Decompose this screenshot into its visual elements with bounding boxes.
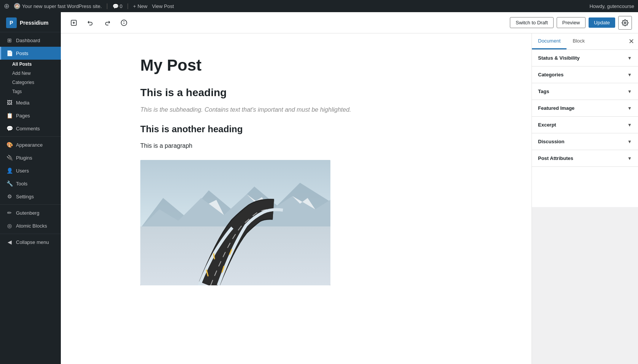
- section-header-post-attributes[interactable]: Post Attributes ▼: [532, 150, 638, 166]
- settings-panel: Document Block ✕ Status & Visibility ▼ C…: [532, 33, 638, 364]
- site-icon: 🏠: [14, 3, 20, 9]
- post-paragraph[interactable]: This is a paragraph: [140, 141, 452, 151]
- chevron-down-icon: ▼: [627, 55, 632, 61]
- section-header-discussion[interactable]: Discussion ▼: [532, 133, 638, 150]
- post-subheading[interactable]: This is the subheading. Contains text th…: [140, 105, 452, 115]
- post-title[interactable]: My Post: [140, 56, 452, 74]
- wordpress-logo-icon[interactable]: ⊕: [4, 2, 10, 10]
- tools-icon: 🔧: [6, 180, 13, 187]
- users-icon: 👤: [6, 167, 13, 174]
- settings-panel-button[interactable]: [618, 16, 632, 30]
- sidebar-item-tools[interactable]: 🔧 Tools: [0, 177, 61, 190]
- section-header-status-visibility[interactable]: Status & Visibility ▼: [532, 50, 638, 66]
- sidebar-item-media[interactable]: 🖼 Media: [0, 96, 61, 109]
- post-heading-1[interactable]: This is a heading: [140, 87, 452, 99]
- road-scene-svg: [140, 160, 330, 285]
- settings-close-button[interactable]: ✕: [624, 35, 638, 48]
- editor-toolbar: Switch to Draft Preview Update: [61, 12, 638, 33]
- post-image: [140, 160, 330, 285]
- tab-block[interactable]: Block: [567, 33, 591, 49]
- settings-panel-background: [532, 207, 638, 364]
- sidebar: P Pressidium ⊞ Dashboard 📄 Posts All Pos…: [0, 12, 61, 364]
- sidebar-item-collapse[interactable]: ◀ Collapse menu: [0, 236, 61, 248]
- editor-body: My Post This is a heading This is the su…: [61, 33, 638, 364]
- post-content: My Post This is a heading This is the su…: [140, 56, 452, 285]
- section-featured-image: Featured Image ▼: [532, 100, 638, 117]
- view-post-link[interactable]: View Post: [152, 3, 174, 9]
- svg-point-6: [624, 22, 626, 24]
- sidebar-divider-2: [0, 204, 61, 205]
- undo-button[interactable]: [84, 16, 97, 30]
- sidebar-item-dashboard[interactable]: ⊞ Dashboard: [0, 34, 61, 47]
- section-header-categories[interactable]: Categories ▼: [532, 66, 638, 83]
- pages-icon: 📋: [6, 112, 13, 119]
- atomic-blocks-icon: ◎: [6, 222, 13, 229]
- section-discussion: Discussion ▼: [532, 133, 638, 150]
- comments-icon: 💬: [6, 125, 13, 132]
- brand-icon: P: [6, 17, 17, 28]
- comment-icon: 💬: [113, 3, 119, 9]
- sidebar-item-posts[interactable]: 📄 Posts: [0, 47, 61, 60]
- preview-button[interactable]: Preview: [557, 17, 586, 28]
- chevron-down-icon: ▼: [627, 156, 632, 161]
- section-post-attributes: Post Attributes ▼: [532, 150, 638, 167]
- sidebar-brand: P Pressidium: [0, 12, 61, 32]
- tab-document[interactable]: Document: [532, 33, 567, 49]
- section-categories: Categories ▼: [532, 66, 638, 83]
- media-icon: 🖼: [6, 99, 13, 106]
- plus-icon: +: [133, 3, 136, 9]
- chevron-down-icon: ▼: [627, 72, 632, 78]
- plugins-icon: 🔌: [6, 154, 13, 161]
- dashboard-icon: ⊞: [6, 37, 13, 44]
- site-name: 🏠 Your new super fast WordPress site.: [14, 3, 102, 9]
- sidebar-sub-add-new[interactable]: Add New: [0, 69, 61, 78]
- redo-button[interactable]: [100, 16, 114, 30]
- svg-line-15: [214, 254, 214, 259]
- add-block-button[interactable]: [67, 16, 81, 30]
- settings-scroll[interactable]: Status & Visibility ▼ Categories ▼ Tags: [532, 50, 638, 207]
- section-status-visibility: Status & Visibility ▼: [532, 50, 638, 66]
- sidebar-item-settings[interactable]: ⚙ Settings: [0, 190, 61, 203]
- sidebar-item-appearance[interactable]: 🎨 Appearance: [0, 138, 61, 151]
- section-excerpt: Excerpt ▼: [532, 117, 638, 133]
- section-header-featured-image[interactable]: Featured Image ▼: [532, 100, 638, 116]
- sidebar-item-plugins[interactable]: 🔌 Plugins: [0, 151, 61, 164]
- howdy-label: Howdy, gutencourse: [589, 3, 634, 9]
- sidebar-item-gutenberg[interactable]: ✏ Gutenberg: [0, 206, 61, 219]
- editor-container: Switch to Draft Preview Update My Post T…: [61, 12, 638, 364]
- sidebar-divider-1: [0, 136, 61, 137]
- sidebar-item-comments[interactable]: 💬 Comments: [0, 122, 61, 135]
- comments-link[interactable]: 💬 0: [113, 3, 122, 9]
- settings-tabs: Document Block ✕: [532, 33, 638, 50]
- sidebar-nav: ⊞ Dashboard 📄 Posts All Posts Add New Ca…: [0, 32, 61, 250]
- sidebar-sub-tags[interactable]: Tags: [0, 87, 61, 96]
- sidebar-item-pages[interactable]: 📋 Pages: [0, 109, 61, 122]
- new-link[interactable]: + New: [133, 3, 148, 9]
- sidebar-item-atomic-blocks[interactable]: ◎ Atomic Blocks: [0, 219, 61, 232]
- chevron-down-icon: ▼: [627, 139, 632, 144]
- section-header-excerpt[interactable]: Excerpt ▼: [532, 117, 638, 133]
- info-button[interactable]: [117, 16, 131, 30]
- sidebar-sub-all-posts[interactable]: All Posts: [0, 60, 61, 69]
- sidebar-sub-categories[interactable]: Categories: [0, 78, 61, 87]
- section-header-tags[interactable]: Tags ▼: [532, 83, 638, 100]
- section-tags: Tags ▼: [532, 83, 638, 100]
- sidebar-divider-3: [0, 234, 61, 234]
- admin-bar: ⊕ 🏠 Your new super fast WordPress site. …: [0, 0, 638, 12]
- chevron-down-icon: ▼: [627, 89, 632, 94]
- chevron-down-icon: ▼: [627, 122, 632, 128]
- update-button[interactable]: Update: [589, 17, 615, 28]
- post-editor[interactable]: My Post This is a heading This is the su…: [61, 33, 532, 364]
- appearance-icon: 🎨: [6, 141, 13, 148]
- collapse-icon: ◀: [6, 239, 13, 245]
- switch-to-draft-button[interactable]: Switch to Draft: [510, 17, 554, 28]
- gutenberg-icon: ✏: [6, 209, 13, 216]
- post-heading-2[interactable]: This is another heading: [140, 124, 452, 135]
- sidebar-item-users[interactable]: 👤 Users: [0, 164, 61, 177]
- settings-icon: ⚙: [6, 193, 13, 200]
- chevron-down-icon: ▼: [627, 106, 632, 111]
- posts-icon: 📄: [6, 50, 13, 57]
